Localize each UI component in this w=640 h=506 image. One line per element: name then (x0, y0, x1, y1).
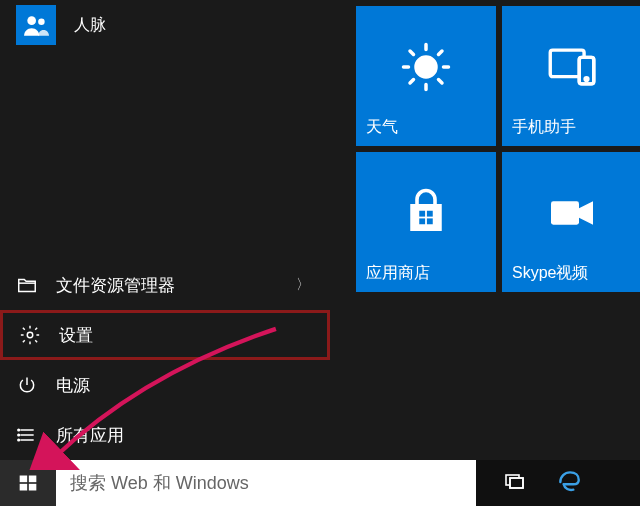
start-menu-panel: 人脉 文件资源管理器 〉 设置 (0, 0, 640, 460)
chevron-right-icon: 〉 (296, 276, 310, 294)
people-icon (16, 5, 56, 45)
svg-point-0 (27, 16, 36, 25)
tile-skype-video[interactable]: Skype视频 (502, 152, 640, 292)
video-icon (544, 185, 600, 245)
svg-rect-15 (551, 201, 579, 224)
store-icon (399, 186, 453, 244)
all-apps-icon (16, 424, 38, 446)
menu-label: 所有应用 (56, 424, 124, 447)
folder-icon (16, 274, 38, 296)
svg-point-6 (416, 57, 436, 77)
svg-rect-21 (510, 478, 523, 488)
windows-logo-icon (18, 473, 38, 493)
start-button[interactable] (0, 460, 56, 506)
svg-rect-14 (427, 218, 433, 224)
taskbar: 搜索 Web 和 Windows (0, 460, 640, 506)
menu-settings[interactable]: 设置 (0, 310, 330, 360)
power-icon (16, 374, 38, 396)
menu-power[interactable]: 电源 (0, 360, 330, 410)
search-input[interactable]: 搜索 Web 和 Windows (56, 460, 476, 506)
search-placeholder-text: 搜索 Web 和 Windows (70, 471, 249, 495)
tile-label: 天气 (366, 117, 398, 138)
svg-point-1 (38, 19, 44, 26)
app-label: 人脉 (74, 15, 106, 36)
svg-point-2 (27, 332, 33, 338)
svg-rect-16 (20, 476, 28, 483)
menu-all-apps[interactable]: 所有应用 (0, 410, 330, 460)
sun-icon (396, 37, 456, 101)
tile-label: Skype视频 (512, 263, 588, 284)
start-menu-list: 文件资源管理器 〉 设置 电源 (0, 260, 330, 460)
svg-rect-11 (419, 211, 425, 217)
menu-label: 电源 (56, 374, 90, 397)
tile-label: 手机助手 (512, 117, 576, 138)
svg-point-10 (585, 78, 588, 81)
svg-point-5 (18, 439, 20, 441)
svg-rect-13 (419, 218, 425, 224)
menu-label: 文件资源管理器 (56, 274, 175, 297)
tile-phone-companion[interactable]: 手机助手 (502, 6, 640, 146)
svg-rect-19 (29, 484, 37, 491)
menu-file-explorer[interactable]: 文件资源管理器 〉 (0, 260, 330, 310)
taskbar-icons (476, 460, 640, 506)
edge-icon[interactable] (556, 468, 582, 498)
menu-label: 设置 (59, 324, 93, 347)
svg-rect-18 (20, 484, 28, 491)
devices-icon (543, 38, 601, 100)
svg-point-4 (18, 434, 20, 436)
tile-store[interactable]: 应用商店 (356, 152, 496, 292)
tile-weather[interactable]: 天气 (356, 6, 496, 146)
live-tiles-grid: 天气 手机助手 (356, 6, 640, 292)
svg-point-3 (18, 429, 20, 431)
gear-icon (19, 324, 41, 346)
tile-label: 应用商店 (366, 263, 430, 284)
app-item-people[interactable]: 人脉 (0, 0, 330, 50)
svg-rect-12 (427, 211, 433, 217)
start-left-column: 人脉 文件资源管理器 〉 设置 (0, 0, 330, 460)
svg-rect-17 (29, 476, 37, 483)
task-view-icon[interactable] (502, 469, 526, 497)
